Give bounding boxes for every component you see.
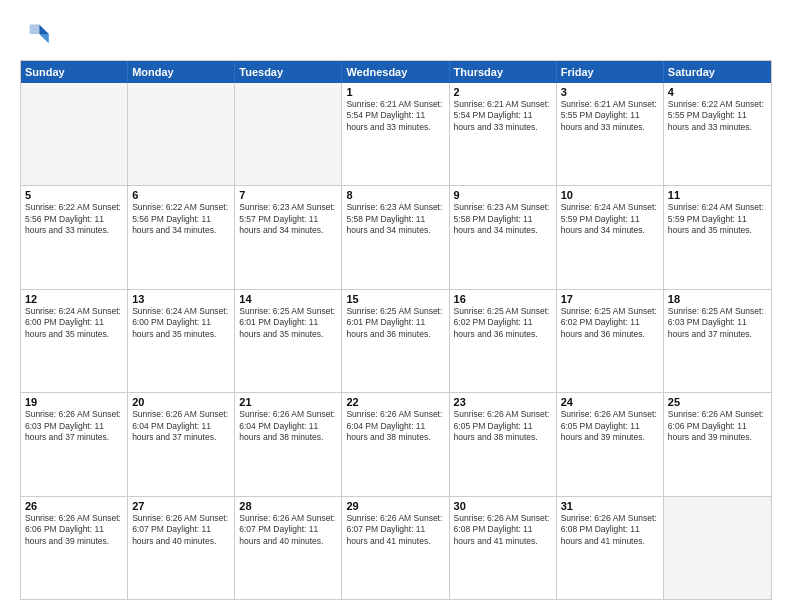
day-info: Sunrise: 6:24 AM Sunset: 5:59 PM Dayligh… — [668, 202, 767, 236]
header-day-thursday: Thursday — [450, 61, 557, 83]
calendar-cell: 16Sunrise: 6:25 AM Sunset: 6:02 PM Dayli… — [450, 290, 557, 392]
calendar-cell — [21, 83, 128, 185]
day-info: Sunrise: 6:26 AM Sunset: 6:04 PM Dayligh… — [132, 409, 230, 443]
day-number: 14 — [239, 293, 337, 305]
calendar-cell: 28Sunrise: 6:26 AM Sunset: 6:07 PM Dayli… — [235, 497, 342, 599]
day-info: Sunrise: 6:21 AM Sunset: 5:55 PM Dayligh… — [561, 99, 659, 133]
day-info: Sunrise: 6:24 AM Sunset: 5:59 PM Dayligh… — [561, 202, 659, 236]
day-info: Sunrise: 6:26 AM Sunset: 6:05 PM Dayligh… — [561, 409, 659, 443]
day-number: 27 — [132, 500, 230, 512]
day-number: 31 — [561, 500, 659, 512]
day-info: Sunrise: 6:25 AM Sunset: 6:02 PM Dayligh… — [454, 306, 552, 340]
day-number: 29 — [346, 500, 444, 512]
calendar-row-2: 5Sunrise: 6:22 AM Sunset: 5:56 PM Daylig… — [21, 185, 771, 288]
header-day-sunday: Sunday — [21, 61, 128, 83]
day-number: 20 — [132, 396, 230, 408]
header-day-tuesday: Tuesday — [235, 61, 342, 83]
day-number: 19 — [25, 396, 123, 408]
header-day-saturday: Saturday — [664, 61, 771, 83]
svg-marker-2 — [30, 24, 40, 34]
calendar-cell: 14Sunrise: 6:25 AM Sunset: 6:01 PM Dayli… — [235, 290, 342, 392]
day-number: 7 — [239, 189, 337, 201]
day-number: 3 — [561, 86, 659, 98]
calendar-cell: 8Sunrise: 6:23 AM Sunset: 5:58 PM Daylig… — [342, 186, 449, 288]
calendar-body: 1Sunrise: 6:21 AM Sunset: 5:54 PM Daylig… — [21, 83, 771, 599]
day-number: 11 — [668, 189, 767, 201]
day-info: Sunrise: 6:23 AM Sunset: 5:58 PM Dayligh… — [346, 202, 444, 236]
calendar-cell: 22Sunrise: 6:26 AM Sunset: 6:04 PM Dayli… — [342, 393, 449, 495]
calendar-row-5: 26Sunrise: 6:26 AM Sunset: 6:06 PM Dayli… — [21, 496, 771, 599]
calendar-cell: 20Sunrise: 6:26 AM Sunset: 6:04 PM Dayli… — [128, 393, 235, 495]
logo-icon — [20, 18, 52, 50]
day-info: Sunrise: 6:25 AM Sunset: 6:03 PM Dayligh… — [668, 306, 767, 340]
day-info: Sunrise: 6:21 AM Sunset: 5:54 PM Dayligh… — [454, 99, 552, 133]
calendar-cell: 17Sunrise: 6:25 AM Sunset: 6:02 PM Dayli… — [557, 290, 664, 392]
day-info: Sunrise: 6:22 AM Sunset: 5:56 PM Dayligh… — [25, 202, 123, 236]
day-number: 23 — [454, 396, 552, 408]
day-info: Sunrise: 6:25 AM Sunset: 6:01 PM Dayligh… — [346, 306, 444, 340]
day-number: 28 — [239, 500, 337, 512]
day-number: 8 — [346, 189, 444, 201]
day-number: 2 — [454, 86, 552, 98]
day-number: 12 — [25, 293, 123, 305]
day-number: 24 — [561, 396, 659, 408]
day-info: Sunrise: 6:26 AM Sunset: 6:07 PM Dayligh… — [239, 513, 337, 547]
day-number: 21 — [239, 396, 337, 408]
calendar-cell: 21Sunrise: 6:26 AM Sunset: 6:04 PM Dayli… — [235, 393, 342, 495]
day-info: Sunrise: 6:22 AM Sunset: 5:55 PM Dayligh… — [668, 99, 767, 133]
calendar-cell: 24Sunrise: 6:26 AM Sunset: 6:05 PM Dayli… — [557, 393, 664, 495]
calendar-cell: 18Sunrise: 6:25 AM Sunset: 6:03 PM Dayli… — [664, 290, 771, 392]
day-number: 10 — [561, 189, 659, 201]
day-number: 4 — [668, 86, 767, 98]
day-info: Sunrise: 6:24 AM Sunset: 6:00 PM Dayligh… — [25, 306, 123, 340]
calendar-row-3: 12Sunrise: 6:24 AM Sunset: 6:00 PM Dayli… — [21, 289, 771, 392]
day-number: 18 — [668, 293, 767, 305]
calendar-cell: 6Sunrise: 6:22 AM Sunset: 5:56 PM Daylig… — [128, 186, 235, 288]
day-number: 22 — [346, 396, 444, 408]
header-day-wednesday: Wednesday — [342, 61, 449, 83]
calendar-cell: 11Sunrise: 6:24 AM Sunset: 5:59 PM Dayli… — [664, 186, 771, 288]
day-number: 1 — [346, 86, 444, 98]
calendar-cell: 5Sunrise: 6:22 AM Sunset: 5:56 PM Daylig… — [21, 186, 128, 288]
calendar-cell — [128, 83, 235, 185]
header-day-friday: Friday — [557, 61, 664, 83]
day-info: Sunrise: 6:25 AM Sunset: 6:01 PM Dayligh… — [239, 306, 337, 340]
header — [20, 18, 772, 50]
svg-marker-1 — [39, 34, 49, 44]
svg-marker-0 — [39, 24, 49, 34]
calendar-cell — [235, 83, 342, 185]
calendar-cell — [664, 497, 771, 599]
calendar-cell: 23Sunrise: 6:26 AM Sunset: 6:05 PM Dayli… — [450, 393, 557, 495]
day-info: Sunrise: 6:26 AM Sunset: 6:08 PM Dayligh… — [561, 513, 659, 547]
day-info: Sunrise: 6:26 AM Sunset: 6:04 PM Dayligh… — [239, 409, 337, 443]
calendar-row-4: 19Sunrise: 6:26 AM Sunset: 6:03 PM Dayli… — [21, 392, 771, 495]
day-info: Sunrise: 6:26 AM Sunset: 6:07 PM Dayligh… — [346, 513, 444, 547]
calendar-cell: 15Sunrise: 6:25 AM Sunset: 6:01 PM Dayli… — [342, 290, 449, 392]
calendar-header: SundayMondayTuesdayWednesdayThursdayFrid… — [21, 61, 771, 83]
day-number: 16 — [454, 293, 552, 305]
calendar-cell: 30Sunrise: 6:26 AM Sunset: 6:08 PM Dayli… — [450, 497, 557, 599]
day-number: 15 — [346, 293, 444, 305]
calendar-cell: 1Sunrise: 6:21 AM Sunset: 5:54 PM Daylig… — [342, 83, 449, 185]
calendar-cell: 7Sunrise: 6:23 AM Sunset: 5:57 PM Daylig… — [235, 186, 342, 288]
day-number: 26 — [25, 500, 123, 512]
calendar-row-1: 1Sunrise: 6:21 AM Sunset: 5:54 PM Daylig… — [21, 83, 771, 185]
calendar-cell: 19Sunrise: 6:26 AM Sunset: 6:03 PM Dayli… — [21, 393, 128, 495]
day-number: 9 — [454, 189, 552, 201]
calendar-cell: 12Sunrise: 6:24 AM Sunset: 6:00 PM Dayli… — [21, 290, 128, 392]
day-info: Sunrise: 6:26 AM Sunset: 6:07 PM Dayligh… — [132, 513, 230, 547]
calendar: SundayMondayTuesdayWednesdayThursdayFrid… — [20, 60, 772, 600]
day-info: Sunrise: 6:26 AM Sunset: 6:08 PM Dayligh… — [454, 513, 552, 547]
calendar-cell: 25Sunrise: 6:26 AM Sunset: 6:06 PM Dayli… — [664, 393, 771, 495]
day-number: 6 — [132, 189, 230, 201]
calendar-cell: 2Sunrise: 6:21 AM Sunset: 5:54 PM Daylig… — [450, 83, 557, 185]
calendar-cell: 29Sunrise: 6:26 AM Sunset: 6:07 PM Dayli… — [342, 497, 449, 599]
day-info: Sunrise: 6:22 AM Sunset: 5:56 PM Dayligh… — [132, 202, 230, 236]
day-number: 30 — [454, 500, 552, 512]
day-info: Sunrise: 6:26 AM Sunset: 6:03 PM Dayligh… — [25, 409, 123, 443]
day-info: Sunrise: 6:23 AM Sunset: 5:57 PM Dayligh… — [239, 202, 337, 236]
calendar-cell: 10Sunrise: 6:24 AM Sunset: 5:59 PM Dayli… — [557, 186, 664, 288]
day-info: Sunrise: 6:21 AM Sunset: 5:54 PM Dayligh… — [346, 99, 444, 133]
page: SundayMondayTuesdayWednesdayThursdayFrid… — [0, 0, 792, 612]
header-day-monday: Monday — [128, 61, 235, 83]
